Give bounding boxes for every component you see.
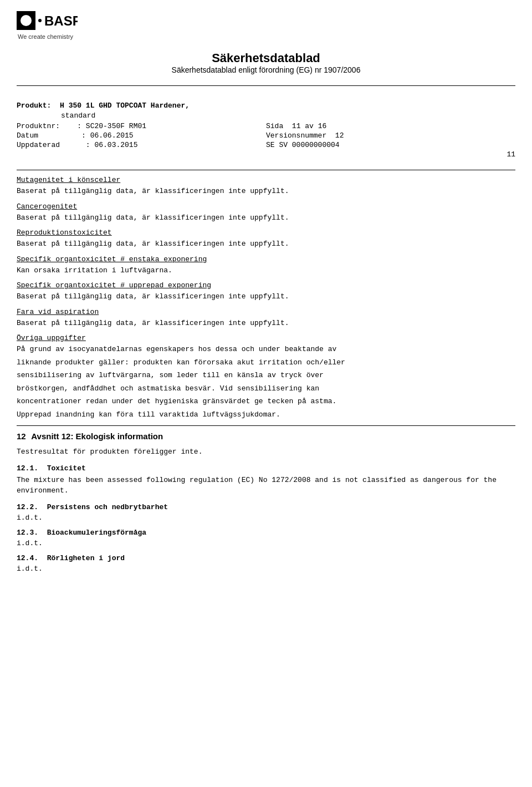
logo-area: BASF We create chemistry: [17, 10, 78, 40]
title-section: Säkerhetsdatablad Säkerhetsdatablad enli…: [0, 40, 532, 80]
svg-text:BASF: BASF: [44, 13, 78, 28]
title-divider: [17, 85, 515, 86]
cancerogenitet-text: Baserat på tillgänglig data, är klassifi…: [17, 212, 515, 224]
s122-section: 12.2. Persistens och nedbrytbarhet i.d.t…: [17, 503, 515, 522]
svg-point-4: [38, 19, 42, 22]
produkt-label: Produkt:: [17, 101, 51, 110]
versionsnummer-label: Versionsnummer: [266, 131, 326, 140]
section12-number: 12: [17, 431, 26, 441]
svg-point-3: [21, 15, 32, 26]
ovriga-text3: sensibilisering av luftvärgarna, som led…: [17, 370, 515, 381]
reproduktionstoxicitet-section: Reproduktionstoxicitet Baserat på tillgä…: [17, 229, 515, 250]
specifik-enstaka-text: Kan orsaka irritation i luftvägarna.: [17, 265, 515, 276]
fara-aspiration-text: Baserat på tillgänglig data, är klassifi…: [17, 318, 515, 329]
s121-label: 12.1.: [17, 464, 38, 473]
sida-right: Sida 11 av 16: [266, 122, 515, 130]
specifik-enstaka-section: Specifik organtoxicitet # enstaka expone…: [17, 255, 515, 276]
mutagenitet-text: Baserat på tillgänglig data, är klassifi…: [17, 186, 515, 197]
datum-label: Datum: [17, 131, 38, 140]
uppdaterad-value: : 06.03.2015: [86, 141, 138, 149]
logo-tagline: We create chemistry: [18, 33, 78, 40]
s122-idt: i.d.t.: [17, 514, 515, 522]
header: BASF We create chemistry: [0, 0, 532, 40]
s123-idt: i.d.t.: [17, 539, 515, 547]
ovriga-text5: koncentrationer redan under det hygienis…: [17, 396, 515, 407]
s121-text: The mixture has been assessed following …: [17, 475, 515, 496]
ovriga-text4: bröstkorgen, andfåddhet och astmatiska b…: [17, 383, 515, 394]
s122-label: 12.2.: [17, 503, 38, 511]
datum-value: : 06.06.2015: [81, 131, 134, 140]
page-number: 11: [17, 150, 515, 159]
sub-title: Säkerhetsdatablad enligt förordning (EG)…: [17, 65, 515, 74]
basf-logo: BASF: [17, 10, 78, 31]
s123-heading: Bioackumuleringsförmåga: [47, 529, 146, 537]
uppdaterad-left: Uppdaterad : 06.03.2015: [17, 141, 266, 149]
page: BASF We create chemistry Säkerhetsdatabl…: [0, 0, 532, 787]
s124-heading-line: 12.4. Rörligheten i jord: [17, 554, 515, 562]
testresultat-text: Testresultat för produkten föreligger in…: [17, 446, 515, 458]
ovriga-heading: Övriga uppgifter: [17, 334, 515, 342]
sesv-right: SE SV 00000000004: [266, 141, 515, 149]
produkt-name2: standard: [61, 111, 95, 120]
cancerogenitet-section: Cancerogenitet Baserat på tillgänglig da…: [17, 202, 515, 224]
produktnr-left: Produktnr: : SC20-350F RM01: [17, 122, 266, 130]
mutagenitet-section: Mutagenitet i könsceller Baserat på till…: [17, 176, 515, 197]
sesv-value: SE SV 00000000004: [266, 141, 340, 149]
s123-label: 12.3.: [17, 529, 38, 537]
uppdaterad-label: Uppdaterad: [17, 141, 60, 149]
s123-heading-line: 12.3. Bioackumuleringsförmåga: [17, 529, 515, 537]
ovriga-text1: På grund av isocyanatdelarnas egenskaper…: [17, 344, 515, 355]
datum-left: Datum : 06.06.2015: [17, 131, 266, 140]
logo-box: BASF: [17, 10, 78, 31]
s121-heading-line: 12.1. Toxicitet: [17, 464, 515, 473]
s121-section: 12.1. Toxicitet The mixture has been ass…: [17, 464, 515, 496]
sida-value: 11 av 16: [292, 122, 326, 130]
product-name2-line: standard: [17, 111, 515, 120]
content-divider: [17, 170, 515, 170]
meta-grid: Produktnr: : SC20-350F RM01 Sida 11 av 1…: [17, 122, 515, 149]
s122-heading-line: 12.2. Persistens och nedbrytbarhet: [17, 503, 515, 511]
s124-section: 12.4. Rörligheten i jord i.d.t.: [17, 554, 515, 573]
specifik-upprepad-section: Specifik organtoxicitet # upprepad expon…: [17, 281, 515, 302]
produkt-name: H 350 1L GHD TOPCOAT Hardener,: [60, 101, 190, 110]
ovriga-text6: Upprepad inandning kan föra till varakti…: [17, 409, 515, 420]
reproduktionstoxicitet-text: Baserat på tillgänglig data, är klassifi…: [17, 238, 515, 250]
specifik-upprepad-text: Baserat på tillgänglig data, är klassifi…: [17, 291, 515, 302]
product-section: Produkt: H 350 1L GHD TOPCOAT Hardener, …: [0, 92, 532, 164]
section12-divider: [17, 425, 515, 426]
section12-heading: 12 Avsnitt 12: Ekologisk information: [17, 431, 515, 441]
produktnr-label: Produktnr:: [17, 122, 60, 130]
produktnr-value: : SC20-350F RM01: [77, 122, 146, 130]
fara-aspiration-heading: Fara vid aspiration: [17, 308, 515, 316]
product-name-line: Produkt: H 350 1L GHD TOPCOAT Hardener,: [17, 101, 515, 110]
specifik-upprepad-heading: Specifik organtoxicitet # upprepad expon…: [17, 281, 515, 290]
section12-heading-text: Avsnitt 12: Ekologisk information: [31, 431, 163, 441]
s121-heading: Toxicitet: [47, 464, 86, 473]
s123-section: 12.3. Bioackumuleringsförmåga i.d.t.: [17, 529, 515, 547]
ovriga-text2: liknande produkter gäller: produkten kan…: [17, 357, 515, 368]
s122-heading: Persistens och nedbrytbarhet: [47, 503, 168, 511]
cancerogenitet-heading: Cancerogenitet: [17, 202, 515, 211]
reproduktionstoxicitet-heading: Reproduktionstoxicitet: [17, 229, 515, 237]
ovriga-section: Övriga uppgifter På grund av isocyanatde…: [17, 334, 515, 420]
versionsnummer-right: Versionsnummer 12: [266, 131, 515, 140]
specifik-enstaka-heading: Specifik organtoxicitet # enstaka expone…: [17, 255, 515, 263]
s124-heading: Rörligheten i jord: [47, 554, 125, 562]
versionsnummer-value: 12: [335, 131, 344, 140]
main-content: Mutagenitet i könsceller Baserat på till…: [0, 176, 532, 420]
sida-label: Sida: [266, 122, 283, 130]
s124-idt: i.d.t.: [17, 565, 515, 573]
mutagenitet-heading: Mutagenitet i könsceller: [17, 176, 515, 184]
s124-label: 12.4.: [17, 554, 38, 562]
fara-aspiration-section: Fara vid aspiration Baserat på tillgängl…: [17, 308, 515, 329]
section12-content: 12 Avsnitt 12: Ekologisk information Tes…: [0, 431, 532, 573]
main-title: Säkerhetsdatablad: [17, 51, 515, 65]
